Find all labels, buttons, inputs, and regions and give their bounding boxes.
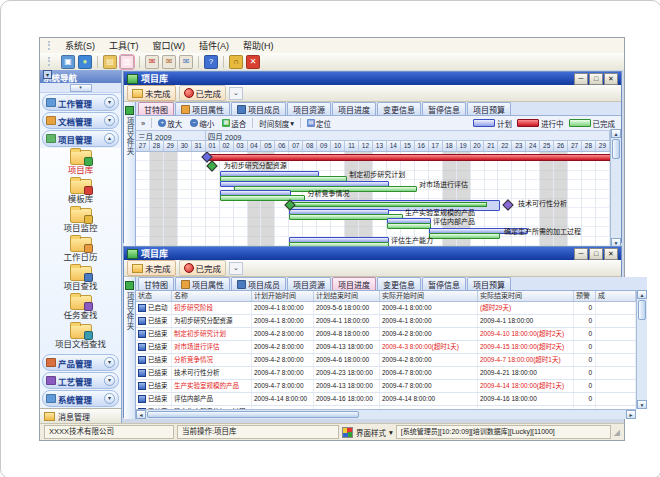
system-icon[interactable]: ▣ — [61, 55, 75, 69]
table-row[interactable]: 已结束技术可行性分析2009-4-7 8:00:002009-4-23 18:0… — [136, 367, 636, 380]
column-header[interactable]: 预警 — [574, 291, 596, 301]
sidebar-section-1[interactable]: 工作管理▾ — [42, 94, 119, 111]
tab-4[interactable]: 项目资源 — [287, 102, 331, 115]
task-done-bar[interactable] — [429, 233, 501, 239]
project-summary-bar[interactable] — [206, 154, 610, 161]
lock-icon[interactable]: ∩ — [229, 55, 243, 69]
menu-item-1[interactable]: 系统(S) — [58, 38, 102, 53]
sidebar-item-7[interactable]: 项目文档查找 — [40, 324, 121, 352]
mail-send-icon[interactable]: ✉ — [145, 55, 159, 69]
section-toggle-icon[interactable]: ▾ — [104, 393, 115, 404]
globe-icon[interactable]: ● — [78, 55, 92, 69]
table-row[interactable]: 已结束为初步研究分配资源2009-4-1 8:00:002009-4-1 18:… — [136, 315, 636, 328]
window-close-button[interactable]: ✕ — [604, 73, 618, 85]
tab-7[interactable]: 暂停信息 — [422, 102, 466, 115]
zoom-out-button[interactable]: −缩小 — [188, 118, 216, 129]
table-row[interactable]: 已结束对市场进行评估2009-4-2 8:00:002009-4-13 18:0… — [136, 341, 636, 354]
drag-grip[interactable] — [48, 57, 53, 66]
column-header[interactable]: 状态 — [136, 291, 172, 301]
sidebar-item-5[interactable]: 项目查找 — [40, 266, 121, 294]
column-header[interactable]: 成 — [596, 291, 636, 301]
resize-grip[interactable]: ◢ — [614, 428, 620, 437]
section-toggle-icon[interactable]: ▾ — [104, 357, 115, 368]
tab-5[interactable]: 项目进度 — [332, 102, 376, 115]
tab-1[interactable]: 甘特图 — [138, 277, 174, 290]
sidebar-item-6[interactable]: 任务查找 — [40, 295, 121, 323]
tab-8[interactable]: 项目预算 — [467, 277, 511, 290]
sidebar-item-4[interactable]: 工作日历 — [40, 237, 121, 265]
section-toggle-icon[interactable]: ▾ — [104, 115, 115, 126]
scrollbar-thumb[interactable] — [147, 411, 359, 418]
open-folder-icon[interactable]: ▤ — [103, 55, 117, 69]
window-maximize-button[interactable]: □ — [589, 73, 603, 85]
tab-6[interactable]: 变更信息 — [377, 102, 421, 115]
menu-item-2[interactable]: 工具(T) — [102, 38, 146, 53]
sidebar-item-1[interactable]: 项目库 — [40, 150, 121, 178]
menu-item-3[interactable]: 窗口(W) — [146, 38, 193, 53]
tab-6[interactable]: 变更信息 — [377, 277, 421, 290]
toolbar-overflow-button[interactable]: ⌄ — [229, 262, 243, 275]
sidebar-section-3[interactable]: 项目管理▴ — [42, 130, 119, 147]
window-layout-icon[interactable]: ▥ — [120, 55, 134, 69]
toolbar-overflow-button[interactable]: ⌄ — [229, 87, 243, 100]
section-toggle-icon[interactable]: ▾ — [104, 97, 115, 108]
sidebar-item-2[interactable]: 模板库 — [40, 179, 121, 207]
scroll-right-icon[interactable]: ► — [626, 410, 636, 419]
tab-2[interactable]: 项目属性 — [175, 102, 230, 115]
scrollbar-thumb[interactable] — [638, 300, 646, 320]
table-row[interactable]: 已结束制定初步研究计划2009-4-2 8:00:002009-4-8 18:0… — [136, 328, 636, 341]
table-row[interactable]: 已结束生产实验室规模的产品2009-4-7 8:00:002009-4-13 1… — [136, 380, 636, 393]
style-palette-icon[interactable] — [342, 427, 353, 438]
column-header[interactable]: 名称 — [172, 291, 252, 301]
scroll-up-icon[interactable]: ▲ — [611, 129, 621, 138]
scroll-left-icon[interactable]: ◄ — [136, 410, 146, 419]
project-folders-side-tab[interactable]: 项目文件夹 — [124, 277, 136, 419]
style-dropdown-icon[interactable]: ▾ — [389, 428, 393, 437]
section-toggle-icon[interactable]: ▾ — [104, 375, 115, 386]
unfinished-filter-button[interactable]: 未完成 — [127, 85, 176, 101]
help-icon[interactable]: ? — [204, 55, 218, 69]
tab-4[interactable]: 项目资源 — [287, 277, 331, 290]
fit-button[interactable]: ▦适合 — [220, 118, 248, 129]
section-toggle-icon[interactable]: ▴ — [104, 133, 115, 144]
tab-7[interactable]: 暂停信息 — [422, 277, 466, 290]
window-minimize-button[interactable]: ─ — [574, 73, 588, 85]
window-close-button[interactable]: ✕ — [604, 248, 618, 260]
more-tools-button[interactable]: » — [139, 119, 147, 128]
menu-item-5[interactable]: 帮助(H) — [236, 38, 281, 53]
task-done-bar[interactable] — [289, 214, 403, 220]
timescale-button[interactable]: 时间刻度▾ — [257, 118, 296, 129]
finished-filter-button[interactable]: 已完成 — [179, 85, 227, 101]
tab-8[interactable]: 项目预算 — [467, 102, 511, 115]
progress-window-titlebar[interactable]: 项目库 ─□✕ — [124, 247, 621, 260]
column-header[interactable]: 计划结束时间 — [314, 291, 380, 301]
scroll-up-icon[interactable]: ▲ — [637, 290, 647, 299]
table-row[interactable]: 已启动初步研究阶段2009-4-1 8:00:002009-5-6 18:00:… — [136, 302, 636, 315]
mail-receive-icon[interactable]: ✉ — [162, 55, 176, 69]
interface-style-label[interactable]: 界面样式 — [356, 427, 386, 438]
zoom-in-button[interactable]: +放大 — [156, 118, 184, 129]
menu-item-4[interactable]: 插件(A) — [192, 38, 236, 53]
gantt-window-titlebar[interactable]: 项目库 ─□✕ — [124, 72, 621, 85]
finished-filter-button[interactable]: 已完成 — [179, 260, 227, 276]
tab-3[interactable]: 项目成员 — [231, 277, 286, 290]
gantt-vertical-scrollbar[interactable]: ▲ ▼ — [610, 129, 621, 247]
table-row[interactable]: 已结束评估内部产品2009-4-14 8:00:002009-4-16 18:0… — [136, 393, 636, 406]
tab-2[interactable]: 项目属性 — [175, 277, 230, 290]
tab-3[interactable]: 项目成员 — [231, 102, 286, 115]
table-vertical-scrollbar[interactable]: ▲ ▼ — [636, 290, 647, 409]
task-done-bar[interactable] — [387, 223, 431, 229]
column-header[interactable]: 实际结束时间 — [478, 291, 574, 301]
tab-5[interactable]: 项目进度 — [332, 277, 376, 290]
window-minimize-button[interactable]: ─ — [574, 248, 588, 260]
sidebar-section-5[interactable]: 工艺管理▾ — [42, 372, 119, 389]
exit-icon[interactable]: ✕ — [246, 55, 260, 69]
sidebar-collapse-icon[interactable]: ▾ — [43, 70, 52, 79]
table-horizontal-scrollbar[interactable]: ◄ ► — [136, 409, 636, 419]
locate-button[interactable]: ▤定位 — [305, 118, 333, 129]
tab-1[interactable]: 甘特图 — [138, 102, 174, 115]
sidebar-item-3[interactable]: 项目监控 — [40, 208, 121, 236]
scroll-down-icon[interactable]: ▼ — [637, 400, 647, 409]
project-folders-side-tab[interactable]: 项目文件夹 — [124, 102, 136, 247]
mail-manage-icon[interactable]: ✉ — [179, 55, 193, 69]
